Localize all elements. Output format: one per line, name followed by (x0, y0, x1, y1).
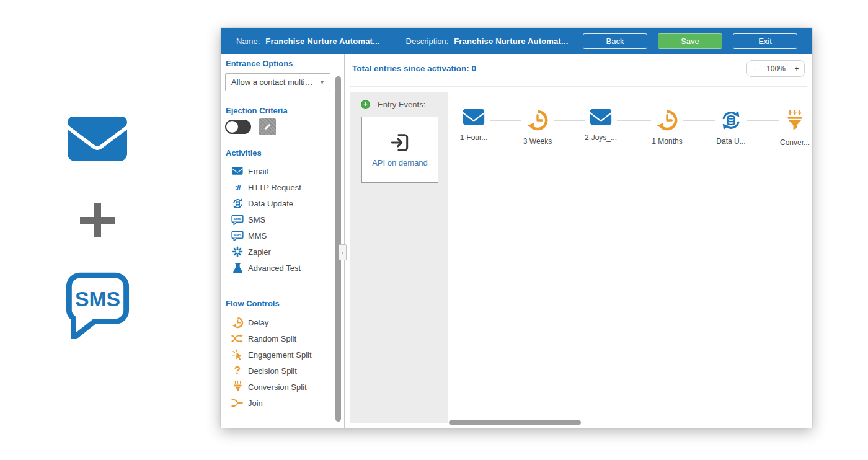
sidebar-item-delay[interactable]: Delay (221, 314, 335, 330)
window-body: Entrance Options Allow a contact multipl… (221, 54, 812, 428)
delay-icon (656, 109, 678, 131)
name-label: Name: (236, 37, 260, 46)
workflow-canvas[interactable]: Total entries since activation: 0 - 100%… (345, 54, 812, 428)
zoom-controls: - 100% + (746, 60, 805, 77)
entry-events-header: + Entry Events: (350, 100, 448, 109)
sidebar-item-zapier[interactable]: Zapier (221, 244, 335, 260)
sidebar-item-mms[interactable]: MMS MMS (221, 228, 335, 244)
sidebar-item-http-request[interactable]: :// HTTP Request (221, 179, 335, 195)
delay-icon (231, 317, 244, 329)
chain-node-label: Data U... (709, 137, 753, 147)
chain-node-label: 2-Joys_... (579, 133, 622, 143)
delay-icon (526, 109, 549, 131)
window-header: Name: Franchise Nurture Automat... Descr… (221, 28, 812, 54)
sidebar-item-label: Conversion Split (248, 383, 307, 392)
chain-node-data-update[interactable]: Data U... (709, 109, 753, 147)
description-label: Description: (406, 37, 449, 46)
funnel-icon (231, 381, 244, 393)
chain-node-label: Conver... (773, 138, 812, 148)
sidebar-item-engagement-split[interactable]: Engagement Split (221, 347, 335, 363)
sidebar-item-decision-split[interactable]: ? Decision Split (221, 363, 335, 379)
funnel-icon (785, 109, 805, 133)
add-entry-event-button[interactable]: + (361, 100, 370, 109)
chain-node-label: 3 Weeks (516, 137, 559, 147)
chevron-down-icon: ▾ (321, 79, 326, 86)
entry-node-label: API on demand (372, 158, 428, 167)
entry-events-title: Entry Events: (378, 100, 425, 109)
sms-icon-text: SMS (234, 217, 242, 221)
canvas-horizontal-scrollbar[interactable] (449, 420, 581, 425)
ejection-criteria-title: Ejection Criteria (226, 106, 288, 115)
total-entries-text: Total entries since activation: 0 (352, 64, 476, 73)
sidebar-item-label: Email (248, 167, 268, 176)
chain-node-delay-2[interactable]: 1 Months (645, 109, 689, 147)
decor-plus-icon (80, 203, 115, 237)
entry-events-panel: + Entry Events: API on demand (350, 92, 448, 423)
divider (350, 86, 807, 87)
sidebar-collapse-handle[interactable]: ‹ (339, 244, 347, 260)
sidebar-item-sms[interactable]: SMS SMS (221, 211, 335, 228)
sidebar-item-join[interactable]: Join (221, 395, 335, 411)
mms-icon-text: MMS (234, 233, 242, 237)
chain-node-email-2[interactable]: 2-Joys_... (579, 109, 622, 143)
merge-icon (231, 398, 244, 408)
entry-event-api-on-demand[interactable]: API on demand (361, 117, 438, 183)
data-update-icon (720, 109, 742, 131)
sidebar-item-label: SMS (248, 215, 265, 224)
zapier-icon (231, 246, 244, 257)
collapse-arrow-icon: ‹ (342, 249, 343, 256)
chain-node-label: 1 Months (645, 137, 689, 147)
sidebar-item-label: Engagement Split (248, 350, 312, 360)
pencil-icon (263, 122, 272, 131)
sidebar-item-random-split[interactable]: Random Split (221, 330, 335, 347)
sign-in-icon (389, 132, 410, 153)
edit-ejection-button[interactable] (259, 118, 276, 135)
sidebar-item-advanced-test[interactable]: Advanced Test (221, 260, 335, 276)
divider (225, 144, 330, 144)
toggle-knob (226, 121, 238, 133)
zoom-out-button[interactable]: - (747, 61, 763, 76)
data-update-icon (231, 198, 244, 210)
page: SMS Name: Franchise Nurture Automat... D… (0, 0, 868, 460)
sidebar-item-conversion-split[interactable]: Conversion Split (221, 379, 335, 395)
flow-controls-title: Flow Controls (226, 299, 280, 308)
decor-email-icon (66, 117, 128, 169)
activities-title: Activities (226, 148, 262, 157)
sidebar-item-label: Zapier (248, 247, 271, 257)
back-button[interactable]: Back (583, 33, 647, 49)
chain-node-conversion-split[interactable]: Conver... (773, 109, 812, 148)
sidebar-item-email[interactable]: Email (221, 163, 335, 179)
envelope-icon (231, 167, 244, 176)
http-request-icon: :// (231, 183, 244, 192)
name-value[interactable]: Franchise Nurture Automat... (265, 37, 379, 46)
zoom-in-button[interactable]: + (789, 61, 804, 76)
mms-icon: MMS (231, 230, 244, 242)
sidebar-item-label: Random Split (248, 334, 296, 343)
sidebar-item-label: HTTP Request (248, 183, 301, 192)
sidebar-item-label: Advanced Test (248, 263, 301, 273)
entrance-options-title: Entrance Options (226, 59, 293, 68)
decor-sms-text: SMS (75, 287, 120, 311)
divider (225, 102, 330, 102)
envelope-icon (590, 109, 612, 128)
chain-node-delay-1[interactable]: 3 Weeks (516, 109, 559, 147)
shuffle-icon (231, 334, 244, 343)
app-window: Name: Franchise Nurture Automat... Descr… (221, 28, 812, 428)
sidebar-item-data-update[interactable]: Data Update (221, 195, 335, 211)
envelope-icon (463, 109, 485, 128)
divider (225, 290, 330, 290)
chain-node-email-1[interactable]: 1-Four... (452, 109, 495, 143)
chain-node-label: 1-Four... (452, 133, 495, 143)
sidebar-item-label: Delay (248, 318, 268, 327)
description-value[interactable]: Franchise Nurture Automat... (454, 37, 568, 46)
entrance-options-dropdown[interactable]: Allow a contact multiple ... ▾ (225, 73, 330, 91)
question-mark-icon: ? (231, 365, 244, 377)
entrance-options-value: Allow a contact multiple ... (231, 77, 316, 87)
exit-button[interactable]: Exit (733, 33, 797, 49)
sms-icon: SMS (231, 214, 244, 226)
ejection-criteria-toggle[interactable] (225, 120, 251, 134)
sidebar: Entrance Options Allow a contact multipl… (221, 54, 345, 428)
save-button[interactable]: Save (658, 33, 722, 49)
flask-icon (231, 263, 244, 273)
sidebar-item-label: Decision Split (248, 366, 297, 376)
